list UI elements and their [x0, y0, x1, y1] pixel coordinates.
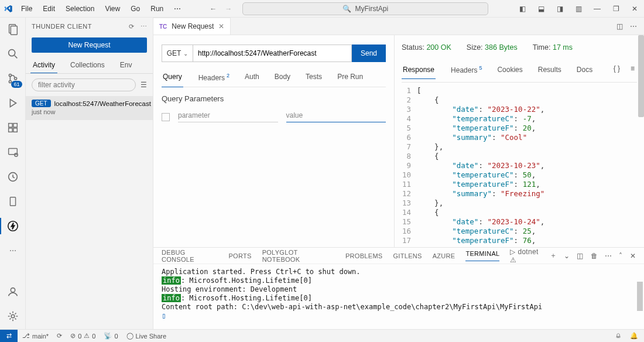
terminal-more-icon[interactable]: ⋯ — [605, 252, 612, 260]
search-activity-icon[interactable] — [6, 47, 20, 61]
termtab-gitlens[interactable]: GITLENS — [393, 252, 422, 259]
wrap-icon[interactable]: ≡ — [629, 62, 636, 77]
panel-more-icon[interactable]: ⋯ — [141, 23, 148, 30]
termtab-debug[interactable]: DEBUG CONSOLE — [162, 249, 218, 263]
menu-go[interactable]: Go — [126, 2, 145, 15]
status-bar: ⇄ ⎇ main* ⟳ ⊘ 0 ⚠ 0 📡 0 ◯ Live Share 🕭 🔔 — [0, 329, 644, 342]
extensions-icon[interactable] — [6, 121, 20, 135]
status-liveshare[interactable]: ◯ Live Share — [126, 332, 167, 340]
param-name-input[interactable]: parameter — [178, 111, 278, 122]
command-center[interactable]: 🔍 MyFirstApi — [242, 2, 488, 15]
reqtab-auth[interactable]: Auth — [244, 70, 261, 87]
size-label: Size: — [467, 43, 483, 52]
search-icon: 🔍 — [342, 5, 351, 13]
resptab-response[interactable]: Response — [402, 63, 436, 78]
resptab-docs[interactable]: Docs — [576, 63, 594, 78]
menu-edit[interactable]: Edit — [38, 2, 60, 15]
terminal-scrollbar[interactable] — [637, 282, 643, 311]
run-debug-icon[interactable] — [6, 96, 20, 110]
param-value-input[interactable]: value — [286, 111, 386, 122]
response-body[interactable]: 1[2 {3 "date": "2023-10-22",4 "temperatu… — [402, 86, 637, 247]
menu-view[interactable]: View — [100, 2, 125, 15]
remote-indicator-icon[interactable]: ⇄ — [0, 330, 18, 342]
layout-secondary-icon[interactable]: ◨ — [554, 5, 566, 13]
window-restore-icon[interactable]: ❐ — [610, 5, 622, 13]
thunder-client-icon[interactable] — [6, 219, 20, 233]
method-label: GET — [167, 49, 181, 57]
tab-activity[interactable]: Activity — [30, 57, 57, 73]
refresh-icon[interactable]: ⟳ — [129, 23, 135, 30]
filter-activity-input[interactable] — [32, 78, 136, 91]
status-problems[interactable]: ⊘ 0 ⚠ 0 — [70, 332, 95, 340]
nav-back-icon[interactable]: ← — [210, 5, 217, 13]
split-editor-icon[interactable]: ◫ — [616, 22, 623, 30]
explorer-icon[interactable] — [6, 22, 20, 36]
status-sync-icon[interactable]: ⟳ — [57, 332, 62, 340]
termtab-problems[interactable]: PROBLEMS — [345, 252, 383, 259]
svg-rect-11 — [13, 128, 16, 132]
layout-customize-icon[interactable]: ▥ — [573, 5, 584, 13]
query-params-title: Query Parameters — [162, 94, 386, 103]
terminal-split-down-icon[interactable]: ⌄ — [564, 252, 570, 260]
more-activity-icon[interactable]: ⋯ — [6, 244, 20, 258]
window-close-icon[interactable]: ✕ — [629, 5, 640, 13]
url-input[interactable] — [193, 45, 352, 62]
settings-gear-icon[interactable] — [6, 309, 20, 323]
svg-point-4 — [9, 74, 11, 76]
source-control-icon[interactable]: 61 — [6, 71, 20, 86]
terminal-split-icon[interactable]: ◫ — [577, 252, 583, 260]
terminal-shell-label[interactable]: ▷ dotnet ⚠ — [510, 248, 542, 264]
menu-run[interactable]: Run — [146, 2, 168, 15]
status-branch[interactable]: ⎇ main* — [22, 332, 49, 340]
menu-overflow-icon[interactable]: ⋯ — [169, 2, 186, 15]
resptab-headers[interactable]: Headers5 — [448, 63, 483, 79]
status-feedback-icon[interactable]: 🕭 — [615, 332, 622, 340]
menu-file[interactable]: File — [16, 2, 37, 15]
layout-panel-icon[interactable]: ⬓ — [535, 5, 547, 13]
braces-icon[interactable]: { } — [612, 62, 621, 77]
terminal-maximize-icon[interactable]: ˄ — [619, 252, 622, 260]
resptab-cookies[interactable]: Cookies — [496, 63, 523, 78]
tab-env[interactable]: Env — [118, 57, 135, 73]
remote-explorer-icon[interactable] — [6, 145, 20, 159]
filter-settings-icon[interactable]: ☰ — [141, 81, 147, 89]
tab-close-icon[interactable]: ✕ — [218, 22, 224, 30]
chevron-down-icon: ⌄ — [183, 50, 188, 57]
send-button[interactable]: Send — [352, 45, 386, 62]
method-select[interactable]: GET ⌄ — [162, 45, 193, 62]
termtab-ports[interactable]: PORTS — [228, 252, 251, 259]
reqtab-body[interactable]: Body — [273, 70, 292, 87]
resptab-results[interactable]: Results — [537, 63, 563, 78]
terminal-trash-icon[interactable]: 🗑 — [591, 252, 598, 260]
account-icon[interactable] — [6, 285, 20, 299]
reqtab-headers[interactable]: Headers2 — [196, 70, 231, 87]
device-icon[interactable] — [6, 194, 20, 208]
timeline-icon[interactable] — [6, 170, 20, 184]
editor-tab-new-request[interactable]: TC New Request ✕ — [153, 18, 231, 35]
nav-forward-icon[interactable]: → — [225, 5, 232, 13]
status-ports[interactable]: 📡 0 — [104, 332, 118, 340]
size-value: 386 Bytes — [485, 43, 518, 52]
vscode-logo-icon — [0, 4, 16, 13]
terminal-output[interactable]: Application started. Press Ctrl+C to shu… — [153, 264, 644, 329]
terminal-close-icon[interactable]: ✕ — [630, 252, 636, 260]
reqtab-prerun[interactable]: Pre Run — [336, 70, 364, 87]
termtab-terminal[interactable]: TERMINAL — [465, 250, 499, 261]
layout-primary-icon[interactable]: ◧ — [516, 5, 528, 13]
termtab-azure[interactable]: AZURE — [433, 252, 455, 259]
reqtab-tests[interactable]: Tests — [304, 70, 323, 87]
reqtab-query[interactable]: Query — [162, 70, 183, 87]
new-request-button[interactable]: New Request — [32, 37, 147, 53]
status-bell-icon[interactable]: 🔔 — [630, 332, 638, 340]
menu-selection[interactable]: Selection — [61, 2, 99, 15]
side-panel: THUNDER CLIENT ⟳ ⋯ New Request Activity … — [26, 18, 153, 329]
param-checkbox[interactable] — [162, 113, 170, 121]
tab-collections[interactable]: Collections — [68, 57, 107, 73]
editor-more-icon[interactable]: ⋯ — [630, 22, 637, 30]
svg-rect-9 — [13, 124, 16, 127]
history-item[interactable]: GET localhost:5247/WeatherForecast just … — [26, 96, 153, 120]
terminal-new-icon[interactable]: ＋ — [550, 251, 557, 261]
window-minimize-icon[interactable]: — — [591, 5, 603, 13]
scrollbar-thumb[interactable] — [638, 35, 644, 117]
termtab-polyglot[interactable]: POLYGLOT NOTEBOOK — [262, 249, 335, 263]
